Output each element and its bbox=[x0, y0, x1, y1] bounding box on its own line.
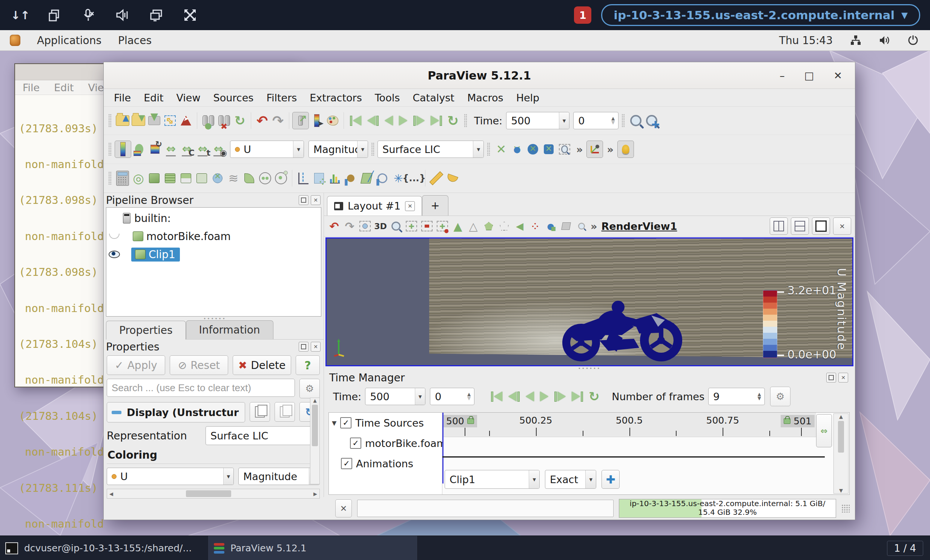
select-points-frustum-button[interactable]: △ bbox=[466, 219, 480, 234]
animations-row[interactable]: ✓ Animations bbox=[329, 453, 442, 474]
select-polygon-points-button[interactable] bbox=[497, 219, 511, 234]
menu-extractors[interactable]: Extractors bbox=[304, 91, 367, 104]
tm-play-button[interactable] bbox=[540, 391, 548, 401]
add-animation-button[interactable]: ✚ bbox=[602, 470, 620, 489]
redo-button[interactable]: ↷ bbox=[270, 112, 286, 129]
chevron-down-icon[interactable]: ▾ bbox=[559, 112, 570, 129]
ruler-tool-button[interactable] bbox=[428, 170, 444, 187]
timeline-scrollbar[interactable]: ▲ ▼ bbox=[833, 413, 848, 494]
zoom-to-data-button[interactable] bbox=[628, 112, 644, 129]
histogram-button[interactable] bbox=[327, 170, 343, 187]
select-cells-rectangle-button[interactable]: ✚ bbox=[404, 219, 419, 234]
timeline-area[interactable]: 500 500.25 500.5 500.75 501 bbox=[442, 413, 849, 494]
terminal-menu-file[interactable]: File bbox=[23, 82, 40, 94]
menu-file[interactable]: File bbox=[108, 91, 137, 104]
representation-combobox[interactable]: Surface LIC bbox=[206, 426, 320, 445]
open-file-button[interactable]: ▲ bbox=[115, 112, 131, 129]
checkbox-checked[interactable]: ✓ bbox=[341, 458, 352, 469]
help-button[interactable]: ? bbox=[296, 355, 320, 375]
abort-button[interactable]: ✕ bbox=[335, 499, 352, 517]
coloring-array-combobox[interactable]: U ▾ bbox=[107, 468, 234, 485]
lock-icon[interactable] bbox=[467, 418, 474, 424]
play-backward-button[interactable] bbox=[385, 116, 393, 126]
motorbike-time-track[interactable] bbox=[442, 456, 825, 457]
plot-over-line-button[interactable] bbox=[295, 170, 311, 187]
delete-button[interactable]: ✖Delete bbox=[232, 355, 291, 375]
search-options-gear-button[interactable]: ⚙ bbox=[299, 379, 320, 398]
stream-tracer-button[interactable]: ≋ bbox=[226, 170, 241, 187]
tab-information[interactable]: Information bbox=[186, 320, 273, 339]
play-button[interactable] bbox=[399, 116, 407, 126]
representation-select[interactable]: Surface LIC ▾ bbox=[377, 141, 484, 158]
chevron-down-icon[interactable]: ▾ bbox=[585, 470, 596, 488]
headlight-toggle[interactable] bbox=[617, 141, 634, 158]
load-state-button[interactable]: ▼ bbox=[131, 112, 146, 129]
timeline-zoom-button[interactable]: ⇔ bbox=[816, 414, 832, 447]
vertical-scrollbar[interactable]: ▲ bbox=[310, 397, 320, 484]
close-dock-button[interactable]: ✕ bbox=[838, 373, 848, 382]
select-block-button[interactable]: ◀ bbox=[513, 219, 527, 234]
scroll-right-icon[interactable]: ▶ bbox=[311, 491, 319, 497]
zoom-closest-to-data-button[interactable]: ✕ bbox=[541, 141, 557, 158]
close-view-button[interactable]: ✕ bbox=[833, 218, 851, 235]
previous-frame-button[interactable] bbox=[367, 116, 379, 126]
zoom-to-box-button[interactable] bbox=[557, 141, 573, 158]
plot-selection-over-time-button[interactable]: ⦀ bbox=[343, 170, 359, 187]
tm-last-frame-button[interactable] bbox=[572, 391, 583, 402]
group-datasets-button[interactable] bbox=[257, 170, 273, 187]
chevron-down-icon[interactable]: ▾ bbox=[357, 141, 368, 158]
float-dock-button[interactable] bbox=[826, 373, 836, 382]
visibility-on-icon[interactable] bbox=[109, 251, 120, 258]
connect-server-button[interactable]: ● bbox=[200, 112, 216, 129]
reset-session-button[interactable]: ↻ bbox=[232, 112, 248, 129]
motorbike-track-row[interactable]: ✓ motorBike.foam bbox=[329, 433, 442, 453]
renderview-title[interactable]: RenderView1 bbox=[601, 221, 677, 232]
extract-selection-button[interactable]: ⁘ bbox=[311, 170, 327, 187]
plot-data-over-time-button[interactable]: ⦀ bbox=[374, 170, 390, 187]
chevron-down-icon[interactable]: ▾ bbox=[293, 141, 303, 158]
fullscreen-icon[interactable] bbox=[183, 8, 198, 23]
protractor-tool-button[interactable] bbox=[444, 170, 460, 187]
notification-badge[interactable]: 1 bbox=[574, 6, 591, 24]
multi-display-icon[interactable] bbox=[149, 8, 164, 23]
apply-button[interactable]: ✓Apply bbox=[107, 355, 165, 375]
scrollbar-thumb[interactable] bbox=[838, 421, 844, 453]
paste-display-button[interactable] bbox=[274, 402, 295, 422]
coloring-component-combobox[interactable]: Magnitude ▾ bbox=[238, 468, 320, 485]
visibility-off-icon[interactable] bbox=[109, 234, 120, 239]
workspace-pager[interactable]: 1 / 4 bbox=[887, 541, 923, 556]
rescale-to-data-range-button[interactable]: ⇔ bbox=[163, 141, 179, 158]
reset-camera-closest-button[interactable]: ✕● bbox=[509, 141, 525, 158]
scroll-up-icon[interactable]: ▲ bbox=[839, 414, 843, 419]
animation-proxy-combobox[interactable]: Clip1 ▾ bbox=[445, 470, 540, 489]
slice-filter-button[interactable] bbox=[162, 170, 178, 187]
power-icon[interactable] bbox=[907, 35, 919, 46]
clipboard-icon[interactable] bbox=[47, 8, 62, 23]
undo-button[interactable]: ↶ bbox=[254, 112, 270, 129]
scrollbar-thumb[interactable] bbox=[186, 490, 231, 497]
render-viewport[interactable]: 3.2e+01 0.0e+00 U Magnitude bbox=[325, 238, 853, 366]
tab-layout1[interactable]: Layout #1 ✕ bbox=[327, 196, 422, 216]
warp-by-vector-button[interactable] bbox=[241, 170, 257, 187]
tm-loop-button[interactable]: ↻ bbox=[586, 388, 602, 405]
reset-camera-button[interactable]: ✕ bbox=[493, 141, 509, 158]
ungroup-datasets-button[interactable] bbox=[273, 170, 289, 187]
calculator-filter-button[interactable] bbox=[115, 170, 131, 187]
save-state-button[interactable]: ⇔ bbox=[162, 112, 178, 129]
close-dock-button[interactable]: ✕ bbox=[311, 342, 320, 351]
display-section-header[interactable]: Display (Unstructur bbox=[107, 402, 245, 422]
transfer-arrows-icon[interactable]: ↓↑ bbox=[13, 8, 28, 23]
hover-query-button[interactable] bbox=[574, 219, 589, 234]
capture-screenshot-button[interactable] bbox=[358, 219, 372, 234]
volume-icon[interactable] bbox=[879, 35, 890, 46]
rescale-to-visible-range-button[interactable]: ⇔◉ bbox=[211, 141, 226, 158]
menu-filters[interactable]: Filters bbox=[260, 91, 302, 104]
center-axes-visibility-toggle[interactable] bbox=[587, 141, 603, 158]
overflow-chevron-icon[interactable]: » bbox=[591, 221, 597, 232]
select-cells-polygon-button[interactable]: ✚● bbox=[435, 219, 450, 234]
tab-properties[interactable]: Properties bbox=[106, 321, 186, 339]
overflow-chevron-icon[interactable]: » bbox=[607, 144, 613, 155]
terminal-menu-edit[interactable]: Edit bbox=[54, 82, 74, 94]
color-legend-bar[interactable] bbox=[763, 290, 777, 358]
interactive-select-points-button[interactable]: ⁘ bbox=[528, 219, 542, 234]
